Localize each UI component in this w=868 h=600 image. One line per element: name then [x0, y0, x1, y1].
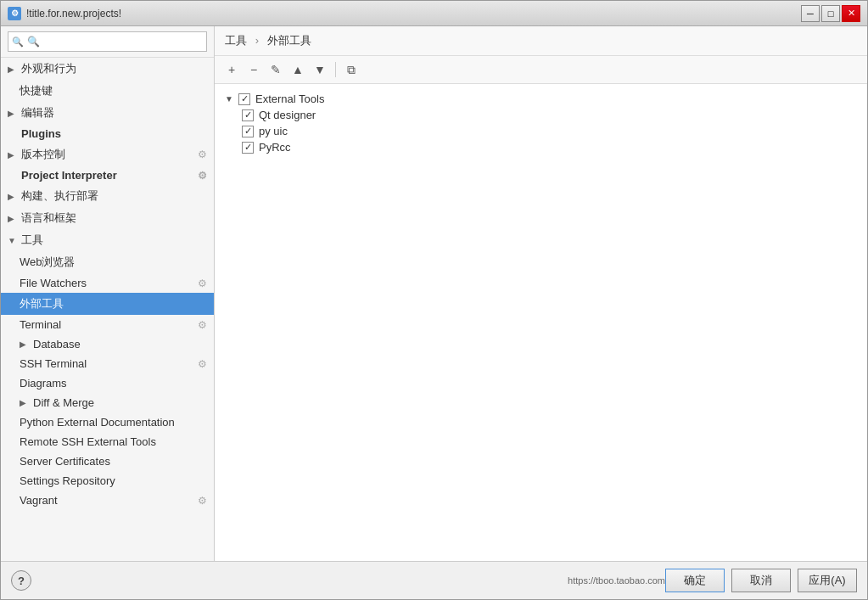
sidebar-item-server-certs[interactable]: Server Certificates — [1, 451, 214, 471]
sidebar-item-label: Web浏览器 — [20, 255, 76, 270]
cancel-button[interactable]: 取消 — [731, 569, 791, 592]
sidebar-item-filewatchers[interactable]: File Watchers ⚙ — [1, 273, 214, 293]
sidebar-list: ▶ 外观和行为 快捷键 ▶ 编辑器 Plugins — [1, 58, 214, 561]
edit-button[interactable]: ✎ — [266, 59, 286, 80]
copy-icon: ⧉ — [347, 63, 356, 77]
copy-button[interactable]: ⧉ — [341, 59, 361, 80]
toolbar-separator — [335, 62, 336, 77]
footer-right: 确定 取消 应用(A) — [665, 569, 857, 592]
sidebar-item-label: 语言和框架 — [21, 210, 76, 226]
sidebar-item-diagrams[interactable]: Diagrams — [1, 373, 214, 393]
sidebar-item-label: 工具 — [21, 233, 43, 248]
sidebar-item-appearance[interactable]: ▶ 外观和行为 — [1, 58, 214, 80]
breadcrumb: 工具 › 外部工具 — [215, 26, 867, 56]
sidebar-item-label: Python External Documentation — [20, 416, 175, 429]
sidebar: ▶ 外观和行为 快捷键 ▶ 编辑器 Plugins — [1, 26, 215, 561]
sidebar-item-lang[interactable]: ▶ 语言和框架 — [1, 207, 214, 229]
sidebar-item-label: Vagrant — [20, 494, 58, 507]
settings-window: ⚙ !title.for.new.projects! ─ □ ✕ ▶ 外观和行为 — [0, 0, 868, 600]
tree-root-label: External Tools — [255, 93, 324, 105]
chevron-right-icon: ▶ — [8, 214, 18, 223]
sidebar-item-webbrowser[interactable]: Web浏览器 — [1, 251, 214, 273]
titlebar: ⚙ !title.for.new.projects! ─ □ ✕ — [1, 1, 867, 26]
sidebar-item-tools-group[interactable]: ▼ 工具 — [1, 229, 214, 251]
window-title: !title.for.new.projects! — [26, 8, 801, 20]
sidebar-item-label: Diagrams — [20, 377, 67, 390]
main-panel: 工具 › 外部工具 + − ✎ ▲ ▼ — [215, 26, 867, 561]
config-icon: ⚙ — [198, 358, 207, 370]
dialog-content: ▶ 外观和行为 快捷键 ▶ 编辑器 Plugins — [1, 26, 867, 561]
sidebar-item-remote-ssh[interactable]: Remote SSH External Tools — [1, 432, 214, 451]
tree-area: ▼ External Tools Qt designer py uic — [215, 84, 867, 561]
apply-button[interactable]: 应用(A) — [798, 569, 857, 592]
sidebar-item-vcs[interactable]: ▶ 版本控制 ⚙ — [1, 143, 214, 165]
sidebar-item-shortcuts[interactable]: 快捷键 — [1, 80, 214, 102]
move-down-button[interactable]: ▼ — [310, 59, 330, 80]
breadcrumb-separator: › — [255, 34, 259, 47]
sidebar-item-label: 版本控制 — [21, 147, 65, 162]
sidebar-item-label: Diff & Merge — [33, 396, 94, 409]
sidebar-item-external-tools[interactable]: 外部工具 — [1, 293, 214, 315]
chevron-right-icon: ▶ — [8, 109, 18, 118]
sidebar-item-diff-merge[interactable]: ▶ Diff & Merge — [1, 393, 214, 412]
tree-item-pyrcc[interactable]: PyRcc — [221, 139, 860, 155]
add-button[interactable]: + — [221, 59, 242, 80]
titlebar-buttons: ─ □ ✕ — [801, 5, 860, 22]
sidebar-item-label: Server Certificates — [20, 455, 110, 468]
sidebar-item-label: Plugins — [21, 127, 61, 140]
pyrcc-checkbox[interactable] — [242, 142, 254, 154]
close-button[interactable]: ✕ — [842, 5, 860, 22]
tree-item-qt-designer[interactable]: Qt designer — [221, 107, 860, 123]
sidebar-item-label: Remote SSH External Tools — [20, 435, 156, 448]
chevron-right-icon: ▶ — [8, 64, 18, 74]
app-icon: ⚙ — [8, 7, 21, 20]
sidebar-item-ssh-terminal[interactable]: SSH Terminal ⚙ — [1, 354, 214, 373]
config-icon: ⚙ — [198, 495, 207, 507]
tree-item-label: PyRcc — [259, 141, 291, 154]
sidebar-item-project-interpreter[interactable]: Project Interpreter ⚙ — [1, 165, 214, 185]
sidebar-item-label: 构建、执行部署 — [21, 188, 98, 204]
sidebar-item-build[interactable]: ▶ 构建、执行部署 — [1, 185, 214, 207]
move-up-button[interactable]: ▲ — [288, 59, 308, 80]
config-icon: ⚙ — [198, 319, 207, 331]
root-checkbox[interactable] — [238, 93, 250, 105]
tree-toolbar: + − ✎ ▲ ▼ ⧉ — [215, 56, 867, 84]
arrow-up-icon: ▲ — [292, 63, 304, 76]
sidebar-item-vagrant[interactable]: Vagrant ⚙ — [1, 491, 214, 510]
sidebar-item-editor[interactable]: ▶ 编辑器 — [1, 102, 214, 124]
sidebar-item-terminal[interactable]: Terminal ⚙ — [1, 315, 214, 334]
maximize-button[interactable]: □ — [821, 5, 840, 22]
sidebar-item-python-ext-docs[interactable]: Python External Documentation — [1, 412, 214, 432]
ok-button[interactable]: 确定 — [665, 569, 725, 592]
spacer-icon — [8, 129, 18, 138]
py-uic-checkbox[interactable] — [242, 126, 254, 137]
sidebar-item-plugins[interactable]: Plugins — [1, 124, 214, 143]
tree-root-item[interactable]: ▼ External Tools — [221, 91, 860, 107]
config-icon: ⚙ — [198, 170, 207, 182]
search-input[interactable] — [8, 31, 207, 52]
remove-button[interactable]: − — [244, 59, 264, 80]
sidebar-item-label: Project Interpreter — [21, 169, 117, 182]
sidebar-item-label: 外观和行为 — [21, 61, 76, 76]
sidebar-item-label: SSH Terminal — [20, 357, 87, 370]
url-text: https://tboo.taobao.com — [568, 575, 665, 586]
add-icon: + — [228, 63, 235, 76]
minimize-button[interactable]: ─ — [801, 5, 820, 22]
search-wrap — [8, 31, 207, 52]
tree-item-py-uic[interactable]: py uic — [221, 123, 860, 139]
sidebar-item-label: Terminal — [20, 318, 61, 331]
chevron-right-icon: ▶ — [20, 339, 30, 349]
sidebar-item-database[interactable]: ▶ Database — [1, 334, 214, 354]
chevron-down-icon: ▼ — [225, 94, 235, 104]
sidebar-item-label: 快捷键 — [20, 83, 53, 98]
tree-item-label: py uic — [259, 125, 288, 137]
spacer-icon — [8, 171, 18, 180]
sidebar-item-label: 编辑器 — [21, 105, 54, 121]
footer-left: ? — [11, 570, 568, 591]
qt-designer-checkbox[interactable] — [242, 109, 254, 121]
chevron-right-icon: ▶ — [8, 192, 18, 201]
sidebar-item-label: 外部工具 — [20, 296, 64, 311]
sidebar-item-settings-repo[interactable]: Settings Repository — [1, 471, 214, 491]
help-button[interactable]: ? — [11, 570, 31, 591]
chevron-right-icon: ▶ — [20, 398, 30, 407]
